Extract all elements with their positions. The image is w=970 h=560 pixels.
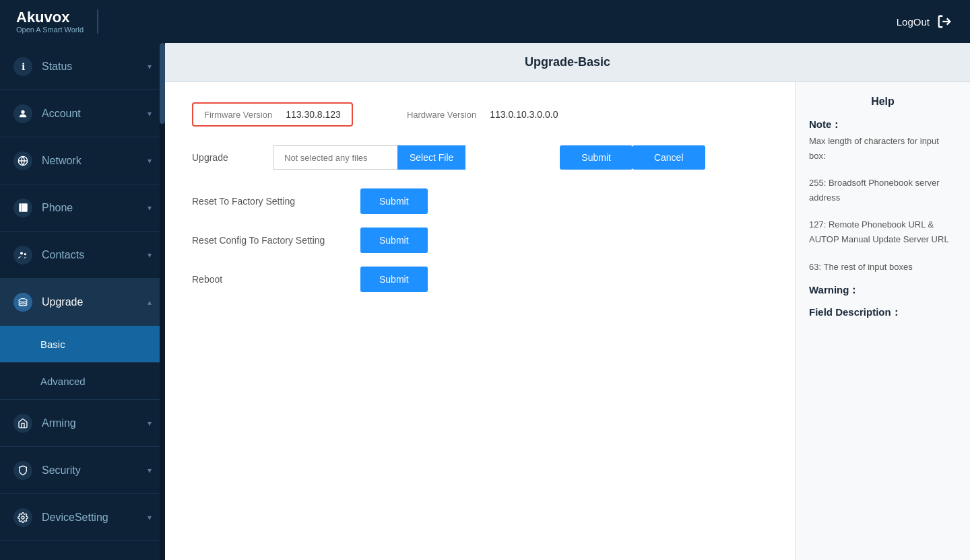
note-127: 127: Remote Phonebook URL & AUTOP Manual…	[809, 217, 957, 247]
note-255: 255: Broadsoft Phonebook server address	[809, 176, 957, 205]
chevron-down-icon: ▾	[148, 109, 152, 118]
help-panel: Help Note： Max length of characters for …	[795, 82, 970, 560]
help-title: Help	[809, 96, 957, 108]
sidebar-item-upgrade[interactable]: Upgrade ▴	[0, 279, 165, 326]
logo-area: Akuvox Open A Smart World	[16, 9, 104, 34]
reboot-button[interactable]: Submit	[360, 267, 428, 292]
sidebar-subitem-basic[interactable]: Basic	[0, 326, 165, 363]
svg-point-5	[20, 252, 23, 254]
sidebar-item-arming[interactable]: Arming ▾	[0, 400, 165, 447]
hardware-section: Hardware Version 113.0.10.3.0.0.0	[407, 109, 558, 120]
sidebar-item-phone[interactable]: Phone ▾	[0, 184, 165, 232]
reboot-row: Reboot Submit	[192, 267, 768, 292]
sidebar-subitem-advanced[interactable]: Advanced	[0, 363, 165, 400]
page-title: Upgrade-Basic	[181, 55, 954, 69]
select-file-button[interactable]: Select File	[397, 145, 465, 170]
content-area: Upgrade-Basic Firmware Version 113.30.8.…	[165, 43, 970, 560]
upgrade-submit-button[interactable]: Submit	[560, 145, 633, 170]
content-body: Firmware Version 113.30.8.123 Hardware V…	[165, 82, 970, 560]
sidebar-item-contacts[interactable]: Contacts ▾	[0, 232, 165, 279]
reset-factory-button[interactable]: Submit	[360, 188, 428, 214]
note-text: Max length of characters for input box:	[809, 134, 957, 164]
reset-config-button[interactable]: Submit	[360, 228, 428, 253]
phone-icon	[13, 199, 32, 217]
chevron-down-icon: ▾	[148, 466, 152, 475]
sidebar-item-network[interactable]: Network ▾	[0, 137, 165, 184]
reset-factory-row: Reset To Factory Setting Submit	[192, 188, 768, 214]
devicesetting-icon	[13, 508, 32, 527]
reset-config-row: Reset Config To Factory Setting Submit	[192, 228, 768, 253]
upgrade-row: Upgrade Not selected any files Select Fi…	[192, 145, 768, 170]
svg-rect-3	[19, 203, 28, 212]
sidebar-label-security: Security	[42, 464, 138, 477]
reboot-label: Reboot	[192, 274, 347, 285]
file-placeholder: Not selected any files	[273, 145, 397, 170]
logout-label: LogOut	[897, 16, 930, 28]
warning-heading: Warning：	[809, 284, 957, 297]
chevron-down-icon: ▾	[148, 419, 152, 428]
logo: Akuvox Open A Smart World	[16, 9, 84, 34]
reset-factory-label: Reset To Factory Setting	[192, 196, 347, 207]
field-desc-heading: Field Description：	[809, 306, 957, 319]
sidebar-label-upgrade: Upgrade	[42, 296, 138, 308]
sidebar-label-network: Network	[42, 155, 138, 167]
logo-tagline: Open A Smart World	[16, 26, 84, 34]
contacts-icon	[13, 246, 32, 265]
chevron-down-icon: ▾	[148, 156, 152, 166]
arming-icon	[13, 414, 32, 433]
logout-button[interactable]: LogOut	[897, 12, 954, 31]
scrollbar-track	[160, 43, 165, 560]
firmware-label: Firmware Version	[204, 110, 272, 120]
page-title-bar: Upgrade-Basic	[165, 43, 970, 82]
network-icon	[13, 151, 32, 170]
note-63: 63: The rest of input boxes	[809, 260, 957, 275]
chevron-down-icon: ▾	[148, 203, 152, 213]
security-icon	[13, 461, 32, 480]
hardware-label: Hardware Version	[407, 110, 476, 120]
sidebar-label-arming: Arming	[42, 417, 138, 429]
chevron-down-icon: ▾	[148, 513, 152, 522]
svg-point-6	[24, 253, 26, 255]
header: Akuvox Open A Smart World LogOut	[0, 0, 970, 43]
upgrade-icon	[13, 293, 32, 312]
status-icon: ℹ	[13, 57, 32, 76]
main-content: Firmware Version 113.30.8.123 Hardware V…	[165, 82, 795, 560]
chevron-down-icon: ▾	[148, 62, 152, 71]
sidebar-item-account[interactable]: Account ▾	[0, 90, 165, 137]
upgrade-label: Upgrade	[192, 152, 273, 163]
svg-point-1	[21, 110, 24, 113]
hardware-value: 113.0.10.3.0.0.0	[490, 109, 558, 120]
sidebar-sublabel-basic: Basic	[40, 339, 65, 350]
sidebar-label-status: Status	[42, 61, 138, 73]
sidebar-item-status[interactable]: ℹ Status ▾	[0, 43, 165, 90]
sidebar-label-contacts: Contacts	[42, 249, 138, 261]
reset-config-label: Reset Config To Factory Setting	[192, 235, 347, 246]
main-layout: ℹ Status ▾ Account ▾ Network ▾ Phone	[0, 43, 970, 560]
logo-divider	[97, 9, 98, 34]
scrollbar-thumb[interactable]	[160, 43, 165, 124]
sidebar-item-devicesetting[interactable]: DeviceSetting ▾	[0, 494, 165, 541]
chevron-down-icon: ▾	[148, 250, 152, 260]
svg-point-7	[22, 516, 24, 519]
sidebar-label-phone: Phone	[42, 202, 138, 214]
sidebar-item-security[interactable]: Security ▾	[0, 447, 165, 494]
firmware-value: 113.30.8.123	[286, 109, 341, 120]
sidebar: ℹ Status ▾ Account ▾ Network ▾ Phone	[0, 43, 165, 560]
sidebar-label-account: Account	[42, 108, 138, 120]
logo-name: Akuvox	[16, 9, 84, 26]
firmware-box: Firmware Version 113.30.8.123	[192, 102, 353, 127]
sidebar-label-devicesetting: DeviceSetting	[42, 512, 138, 524]
chevron-up-icon: ▴	[148, 298, 152, 307]
file-placeholder-text: Not selected any files	[284, 153, 368, 163]
upgrade-cancel-button[interactable]: Cancel	[633, 145, 705, 170]
logout-icon	[935, 12, 954, 31]
firmware-row: Firmware Version 113.30.8.123 Hardware V…	[192, 102, 768, 127]
sidebar-sublabel-advanced: Advanced	[40, 376, 86, 387]
note-heading: Note：	[809, 118, 957, 131]
account-icon	[13, 104, 32, 123]
